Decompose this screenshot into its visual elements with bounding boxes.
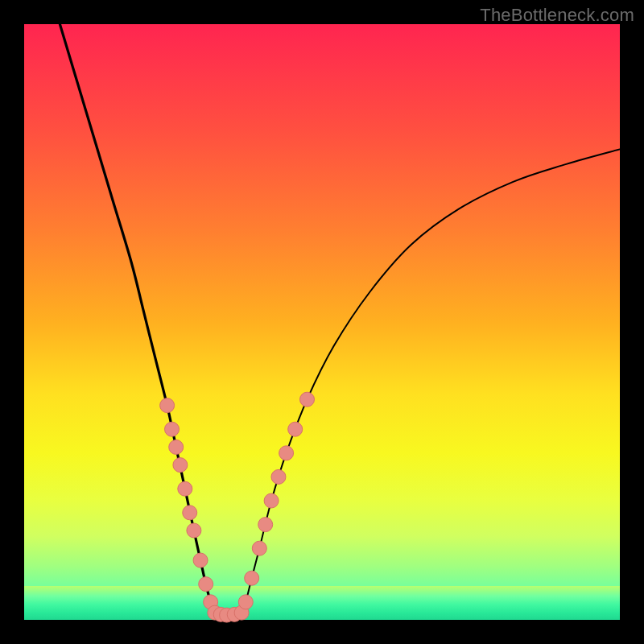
watermark-text: TheBottleneck.com bbox=[480, 5, 634, 26]
marker-point bbox=[178, 481, 192, 496]
curve-group bbox=[60, 24, 620, 615]
marker-point bbox=[169, 440, 184, 454]
marker-point bbox=[252, 541, 266, 555]
marker-point bbox=[187, 523, 201, 538]
marker-group bbox=[160, 392, 315, 622]
marker-point bbox=[245, 571, 259, 585]
curve-right-arm bbox=[242, 149, 620, 613]
marker-point bbox=[300, 392, 315, 407]
marker-point bbox=[238, 595, 253, 609]
marker-point bbox=[165, 422, 180, 436]
marker-point bbox=[199, 577, 213, 592]
marker-point bbox=[271, 469, 286, 484]
marker-point bbox=[258, 518, 273, 532]
bottleneck-chart bbox=[24, 24, 620, 620]
marker-point bbox=[160, 398, 175, 413]
marker-point bbox=[288, 422, 303, 436]
marker-point bbox=[183, 506, 197, 520]
marker-point bbox=[173, 458, 188, 473]
marker-point bbox=[279, 446, 294, 460]
marker-point bbox=[264, 493, 279, 508]
marker-point bbox=[193, 553, 208, 568]
